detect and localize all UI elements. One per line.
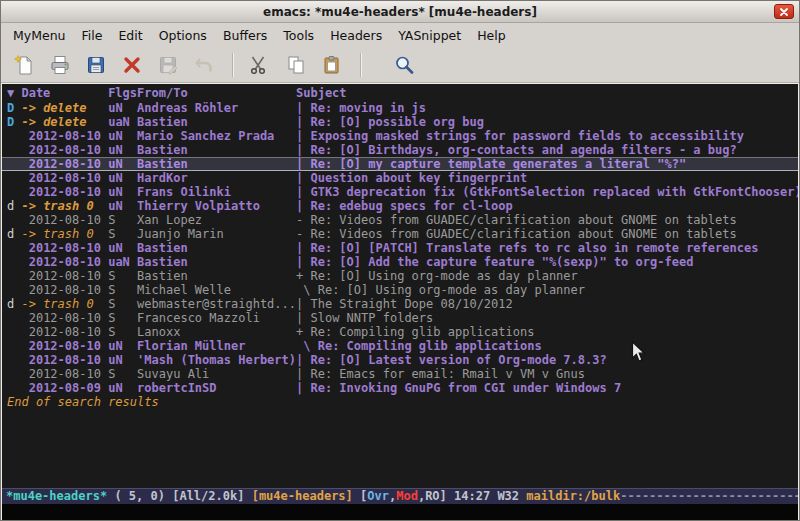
toolbar bbox=[1, 47, 799, 83]
header-line: ▼ Date FlgsFrom/To Subject bbox=[2, 86, 798, 101]
close-x-icon bbox=[121, 54, 143, 76]
message-row[interactable]: 2012-08-10 uN 'Mash (Thomas Herbert)| Re… bbox=[2, 353, 798, 367]
message-row[interactable]: 2012-08-10 S Suvayu Ali | Re: Emacs for … bbox=[2, 367, 798, 381]
toolbar-separator bbox=[360, 53, 362, 77]
print-button[interactable] bbox=[43, 50, 76, 80]
message-row[interactable]: 2012-08-10 uN Frans Oilinki | GTK3 depre… bbox=[2, 185, 798, 199]
menu-headers[interactable]: Headers bbox=[322, 25, 390, 46]
modeline-buffer-name: *mu4e-headers* bbox=[6, 489, 107, 503]
message-row[interactable]: 2012-08-10 S Bastien + Re: [O] Using org… bbox=[2, 269, 798, 283]
message-row[interactable]: D -> delete uaN Bastien | Re: [O] possib… bbox=[2, 115, 798, 129]
emacs-frame: ▼ Date FlgsFrom/To Subject D -> delete u… bbox=[1, 83, 799, 520]
menu-file[interactable]: File bbox=[74, 25, 111, 46]
message-row[interactable]: 2012-08-10 uN Bastien | Re: [O] Birthday… bbox=[2, 143, 798, 157]
echo-area bbox=[2, 504, 798, 520]
message-row[interactable]: 2012-08-10 uN Bastien | Re: [O] [PATCH] … bbox=[2, 241, 798, 255]
message-row[interactable]: 2012-08-09 uN robertcInSD | Re: Invoking… bbox=[2, 381, 798, 395]
menu-mymenu[interactable]: MyMenu bbox=[5, 25, 74, 46]
paste-button[interactable] bbox=[315, 50, 348, 80]
modeline-range: [All/2.0k] bbox=[172, 489, 251, 503]
message-row[interactable]: d -> trash 0 S Juanjo Marin - Re: Videos… bbox=[2, 227, 798, 241]
modeline-flags-close: ] bbox=[440, 489, 454, 503]
menu-bar: MyMenuFileEditOptionsBuffersToolsHeaders… bbox=[1, 23, 799, 47]
new-file-icon bbox=[13, 54, 35, 76]
message-row[interactable]: 2012-08-10 uN HardKor | Question about k… bbox=[2, 171, 798, 185]
message-row[interactable]: 2012-08-10 S Michael Welle \ Re: [O] Usi… bbox=[2, 283, 798, 297]
message-row[interactable]: 2012-08-10 S Lanoxx + Re: Compiling glib… bbox=[2, 325, 798, 339]
save-button[interactable] bbox=[79, 50, 112, 80]
modeline-major-mode: [mu4e-headers] bbox=[252, 489, 360, 503]
close-button[interactable] bbox=[774, 4, 794, 19]
close-icon bbox=[779, 7, 789, 17]
message-list: D -> delete uN Andreas Röhler | Re: movi… bbox=[2, 101, 798, 395]
copy-button[interactable] bbox=[279, 50, 312, 80]
menu-options[interactable]: Options bbox=[151, 25, 215, 46]
copy-icon bbox=[285, 54, 307, 76]
message-row[interactable]: 2012-08-10 S Francesco Mazzoli | Slow NN… bbox=[2, 311, 798, 325]
end-of-search-results: End of search results bbox=[2, 395, 798, 409]
menu-help[interactable]: Help bbox=[469, 25, 514, 46]
modeline-clock: 14:27 bbox=[454, 489, 497, 503]
modeline-window-id: W32 bbox=[497, 489, 526, 503]
message-row[interactable]: 2012-08-10 uN Mario Sanchez Prada | Expo… bbox=[2, 129, 798, 143]
modeline-maildir: maildir:/bulk bbox=[526, 489, 620, 503]
save-as-icon bbox=[157, 54, 179, 76]
message-row[interactable]: D -> delete uN Andreas Röhler | Re: movi… bbox=[2, 101, 798, 115]
message-row[interactable]: d -> trash 0 uN Thierry Volpiatto | Re: … bbox=[2, 199, 798, 213]
menu-buffers[interactable]: Buffers bbox=[215, 25, 275, 46]
title-bar: emacs: *mu4e-headers* [mu4e-headers] bbox=[1, 1, 799, 23]
buffer-empty-area bbox=[2, 409, 798, 488]
save-as-button[interactable] bbox=[151, 50, 184, 80]
toolbar-separator bbox=[232, 53, 234, 77]
modeline-filler-dashes: ----------------------------------------… bbox=[620, 489, 798, 503]
menu-edit[interactable]: Edit bbox=[110, 25, 150, 46]
menu-yasnippet[interactable]: YASnippet bbox=[390, 25, 469, 46]
message-row[interactable]: d -> trash 0 S webmaster@straightd...| T… bbox=[2, 297, 798, 311]
print-icon bbox=[49, 54, 71, 76]
modeline-flag-mod: Mod bbox=[396, 489, 418, 503]
emacs-window: emacs: *mu4e-headers* [mu4e-headers] MyM… bbox=[0, 0, 800, 521]
menu-tools[interactable]: Tools bbox=[275, 25, 322, 46]
search-button[interactable] bbox=[387, 50, 420, 80]
new-file-button[interactable] bbox=[7, 50, 40, 80]
modeline-flag-ovr: Ovr bbox=[367, 489, 389, 503]
message-row[interactable]: 2012-08-10 uaN Bastien | Re: [O] Add the… bbox=[2, 255, 798, 269]
message-row[interactable]: 2012-08-10 uN Florian Müllner \ Re: Comp… bbox=[2, 339, 798, 353]
message-row[interactable]: 2012-08-10 S Xan Lopez - Re: Videos from… bbox=[2, 213, 798, 227]
cut-button[interactable] bbox=[243, 50, 276, 80]
modeline-flag-ro: RO bbox=[425, 489, 439, 503]
cut-scissors-icon bbox=[249, 54, 271, 76]
search-magnifier-icon bbox=[393, 54, 415, 76]
kill-buffer-button[interactable] bbox=[115, 50, 148, 80]
paste-clipboard-icon bbox=[321, 54, 343, 76]
window-title: emacs: *mu4e-headers* [mu4e-headers] bbox=[1, 5, 799, 19]
undo-button[interactable] bbox=[187, 50, 220, 80]
message-row[interactable]: 2012-08-10 uN Bastien | Re: [O] my captu… bbox=[2, 157, 798, 171]
save-icon bbox=[85, 54, 107, 76]
mu4e-headers-buffer: ▼ Date FlgsFrom/To Subject D -> delete u… bbox=[2, 84, 798, 488]
modeline-cursor-pos: ( 5, 0) bbox=[107, 489, 172, 503]
mode-line[interactable]: *mu4e-headers* ( 5, 0) [All/2.0k] [mu4e-… bbox=[2, 488, 798, 504]
undo-icon bbox=[193, 54, 215, 76]
